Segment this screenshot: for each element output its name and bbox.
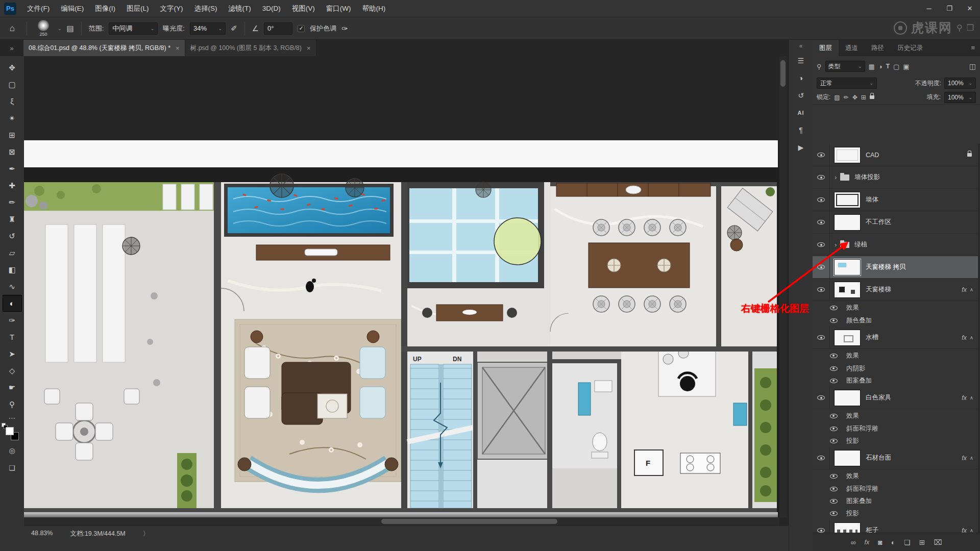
effect-row[interactable]: 投影 — [813, 507, 978, 519]
angle-input[interactable]: 0° — [264, 22, 292, 35]
eraser-tool[interactable]: ▱ — [3, 244, 22, 261]
visibility-toggle[interactable] — [813, 327, 830, 348]
move-tool[interactable]: ✥ — [3, 59, 22, 76]
status-chevron-icon[interactable]: 〉 — [143, 530, 150, 538]
menu-help[interactable]: 帮助(H) — [356, 0, 391, 17]
layer-thumbnail[interactable] — [834, 522, 861, 533]
toolbar-collapse-icon[interactable]: » — [0, 41, 23, 56]
marquee-tool[interactable]: ▢ — [3, 76, 22, 93]
visibility-toggle[interactable] — [826, 483, 841, 495]
horizontal-scrollbar-thumb[interactable] — [381, 519, 557, 524]
menu-edit[interactable]: 编辑(E) — [55, 0, 89, 17]
layer-row-white-furniture[interactable]: 白色家具 fx ∧ — [813, 387, 978, 409]
gradient-tool[interactable]: ◧ — [3, 261, 22, 278]
adjustment-layer-icon[interactable]: ◐ — [891, 538, 895, 546]
visibility-toggle[interactable] — [813, 519, 830, 533]
blend-mode-select[interactable]: 正常 ⌄ — [817, 78, 877, 89]
screen-mode-icon[interactable]: ❏ — [3, 461, 22, 475]
tab-layers[interactable]: 图层 — [813, 40, 839, 56]
chevron-down-icon[interactable]: ⌄ — [58, 26, 62, 31]
layer-thumbnail[interactable] — [834, 282, 861, 298]
layer-row-nonwork[interactable]: 不工作区 — [813, 211, 978, 234]
visibility-toggle[interactable] — [813, 387, 830, 409]
filter-shape-icon[interactable]: ▢ — [893, 63, 899, 70]
layer-style-icon[interactable]: fx — [864, 539, 869, 546]
effects-header-row[interactable]: 效果 — [813, 409, 978, 422]
vertical-scrollbar[interactable] — [779, 56, 787, 517]
effect-row[interactable]: 图案叠加 — [813, 495, 978, 507]
effects-header-row[interactable]: 效果 — [813, 469, 978, 483]
visibility-toggle[interactable] — [813, 189, 830, 211]
history-brush-tool[interactable]: ↺ — [3, 228, 22, 244]
visibility-toggle[interactable] — [826, 374, 841, 387]
close-button[interactable]: ✕ — [960, 0, 980, 17]
add-mask-icon[interactable]: ◙ — [878, 538, 882, 546]
layer-row-cad[interactable]: CAD — [813, 144, 978, 166]
adjustments-icon[interactable]: ◑ — [792, 69, 810, 87]
layer-thumbnail[interactable] — [834, 147, 861, 163]
properties-icon[interactable]: ☰ — [792, 52, 810, 69]
tab-channels[interactable]: 通道 — [839, 40, 865, 56]
layer-row-skylight-copy[interactable]: 天窗楼梯 拷贝 — [813, 256, 978, 279]
filter-switch-icon[interactable]: ◫ — [969, 62, 976, 70]
effect-row[interactable]: 投影 — [813, 435, 978, 447]
path-selection-tool[interactable]: ➤ — [3, 345, 22, 362]
brush-panel-toggle-icon[interactable]: ▤ — [67, 24, 74, 33]
frame-tool[interactable]: ⊠ — [3, 143, 22, 160]
paragraph-icon[interactable]: ¶ — [792, 121, 810, 139]
document-canvas[interactable]: UP DN — [24, 56, 779, 517]
lock-position-icon[interactable]: ✥ — [852, 94, 857, 101]
canvas-area[interactable]: UP DN — [24, 56, 779, 517]
color-swatches[interactable] — [6, 427, 19, 440]
menu-image[interactable]: 图像(I) — [89, 0, 121, 17]
document-tab-active[interactable]: 08.综合01.psd @ 48.8% (天窗楼梯 拷贝, RGB/8) * × — [23, 40, 185, 56]
burn-tool[interactable]: ◐ — [3, 295, 22, 312]
effect-row[interactable]: 图案叠加 — [813, 374, 978, 387]
visibility-toggle[interactable] — [813, 447, 830, 469]
pressure-icon[interactable]: ✑ — [341, 24, 348, 33]
brush-preset-picker[interactable]: 250 — [34, 20, 53, 37]
home-icon[interactable]: ⌂ — [5, 23, 19, 34]
close-tab-icon[interactable]: × — [307, 44, 311, 52]
layer-thumbnail[interactable] — [834, 214, 861, 231]
visibility-toggle[interactable] — [826, 349, 841, 362]
menu-file[interactable]: 文件(F) — [21, 0, 55, 17]
delete-layer-icon[interactable]: ⌧ — [934, 538, 942, 546]
maximize-button[interactable]: ❐ — [939, 0, 960, 17]
visibility-toggle[interactable] — [826, 362, 841, 374]
lock-pixels-icon[interactable]: ✏ — [844, 94, 849, 101]
filter-type-icon[interactable]: T — [886, 63, 890, 70]
panel-menu-icon[interactable]: ≡ — [966, 40, 980, 56]
visibility-toggle[interactable] — [826, 422, 841, 435]
menu-3d[interactable]: 3D(D) — [257, 0, 286, 17]
healing-brush-tool[interactable]: ✚ — [3, 177, 22, 194]
clone-stamp-tool[interactable]: ♜ — [3, 211, 22, 228]
zoom-tool[interactable]: ⚲ — [3, 396, 22, 413]
tab-paths[interactable]: 路径 — [865, 40, 891, 56]
visibility-toggle[interactable] — [826, 469, 841, 483]
zoom-level[interactable]: 48.83% — [31, 530, 53, 537]
effect-row[interactable]: 颜色叠加 — [813, 314, 978, 327]
filter-smartobject-icon[interactable]: ▣ — [903, 63, 909, 70]
lock-artboard-icon[interactable]: ⊞ — [861, 94, 866, 101]
fx-collapse-icon[interactable]: ∧ — [970, 335, 973, 340]
layer-row-wall[interactable]: 墙体 — [813, 189, 978, 211]
layer-thumbnail[interactable] — [834, 259, 861, 276]
effect-row[interactable]: 斜面和浮雕 — [813, 483, 978, 495]
visibility-toggle[interactable] — [826, 495, 841, 507]
filter-pixel-icon[interactable]: ▦ — [869, 63, 875, 70]
crop-tool[interactable]: ⊞ — [3, 127, 22, 143]
protect-tones-checkbox[interactable]: ✓ — [298, 25, 305, 32]
visibility-toggle[interactable] — [826, 409, 841, 422]
effects-header-row[interactable]: 效果 — [813, 349, 978, 362]
range-select[interactable]: 中间调 ⌄ — [109, 22, 158, 35]
new-layer-icon[interactable]: ⊞ — [919, 538, 925, 546]
lasso-tool[interactable]: ξ — [3, 93, 22, 110]
tab-history[interactable]: 历史记录 — [891, 40, 929, 56]
visibility-toggle[interactable] — [813, 211, 830, 233]
fx-collapse-icon[interactable]: ∧ — [970, 528, 973, 533]
effect-row[interactable]: 斜面和浮雕 — [813, 422, 978, 435]
filter-type-select[interactable]: 类型 ⌄ — [825, 61, 865, 72]
effects-header-row[interactable]: 效果 — [813, 301, 978, 314]
exposure-select[interactable]: 34% ⌄ — [190, 22, 226, 35]
